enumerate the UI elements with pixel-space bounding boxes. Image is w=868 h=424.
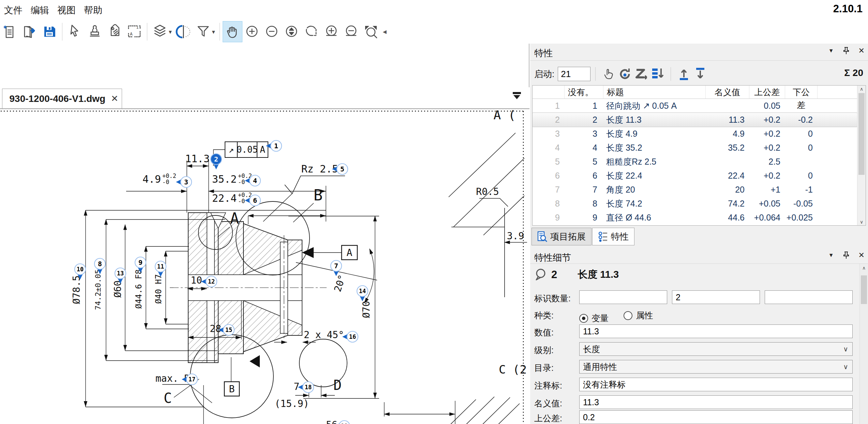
svg-text:↗: ↗ xyxy=(228,145,234,155)
field-upper-tol: 上公差: xyxy=(530,410,868,424)
table-row-7[interactable]: 77角度 2020+1-1 xyxy=(533,183,857,197)
svg-text:-0: -0 xyxy=(238,179,245,185)
upper-tol-input[interactable] xyxy=(579,410,853,424)
refresh-rotate-icon[interactable] xyxy=(617,66,633,82)
datum-A: A xyxy=(342,245,357,260)
id-qty-input-2[interactable] xyxy=(672,290,760,304)
zoom-out-button[interactable] xyxy=(263,21,282,42)
zoom-fit-button[interactable] xyxy=(361,21,380,42)
balloon-2[interactable]: 2 xyxy=(211,154,222,169)
table-scrollbar[interactable]: ∧ ∨ xyxy=(857,86,866,225)
table-row-2[interactable]: 22长度 11.311.3+0.2-0.2 xyxy=(533,113,857,127)
balloon-14[interactable]: 14 xyxy=(357,286,368,301)
tab-characteristics[interactable]: 特性 xyxy=(592,228,634,245)
col-header-index[interactable] xyxy=(533,86,565,99)
radio-variable[interactable]: 变量 xyxy=(579,313,609,324)
radio-attribute[interactable]: 属性 xyxy=(624,310,653,321)
properties-title: 特性 xyxy=(534,47,553,59)
balloon-region-button[interactable]: 1 A xyxy=(125,21,144,42)
zoom-selected-button[interactable] xyxy=(282,21,301,42)
col-header-lower[interactable]: 下公差 xyxy=(785,86,818,99)
svg-text:B: B xyxy=(229,383,235,395)
stamp-tool-button[interactable] xyxy=(85,21,104,42)
panel-dropdown-icon[interactable]: ▼ xyxy=(828,48,834,54)
class-select[interactable]: 长度∨ xyxy=(579,342,853,356)
scroll-up-icon[interactable]: ∧ xyxy=(857,86,866,92)
value-input[interactable] xyxy=(579,324,853,338)
balloon-18[interactable]: 18 xyxy=(298,382,314,393)
table-row-4[interactable]: 44长度 35.235.2+0.20 xyxy=(533,141,857,155)
menu-edit[interactable]: 编辑 xyxy=(31,4,49,16)
drawing-text-4: Ø78.5 xyxy=(71,275,82,304)
panel-bottom-tabs: 项目拓展 特性 xyxy=(532,228,634,247)
tab-project-expand[interactable]: 项目拓展 xyxy=(532,228,592,245)
scroll-down-icon[interactable]: ∨ xyxy=(857,219,866,225)
table-row-8[interactable]: 88长度 74.274.2+0.05-0.05 xyxy=(533,197,857,211)
table-row-9[interactable]: 99直径 Ø 44.644.6+0.064+0.025 xyxy=(533,211,857,225)
table-row-1[interactable]: 11径向跳动 ↗ 0.05 A0.05 xyxy=(533,99,857,113)
note-input[interactable] xyxy=(579,378,853,391)
characteristics-table: 没有。 标题 名义值 上公差 下公差 11径向跳动 ↗ 0.05 A0.0522… xyxy=(532,85,866,226)
menu-help[interactable]: 帮助 xyxy=(84,4,102,16)
tab-close-icon[interactable]: ✕ xyxy=(111,93,118,104)
menu-file[interactable]: 文件 xyxy=(4,4,23,16)
nominal-input[interactable] xyxy=(579,395,853,409)
renumber-list-icon[interactable] xyxy=(649,66,666,82)
col-header-nominal[interactable]: 名义值 xyxy=(706,86,749,99)
filter-button[interactable] xyxy=(194,21,213,42)
start-number-input[interactable] xyxy=(558,67,590,81)
catalog-select[interactable]: 通用特性∨ xyxy=(579,360,853,374)
document-tab[interactable]: 930-1200-406-V1.dwg ✕ xyxy=(2,89,122,108)
table-row-3[interactable]: 33长度 4.94.9+0.20 xyxy=(533,127,857,141)
svg-text:12: 12 xyxy=(208,278,215,285)
new-document-button[interactable]: ✱ xyxy=(0,21,19,42)
pointer-hand-icon[interactable] xyxy=(600,66,617,82)
drawing-text-16: 7 xyxy=(294,381,300,392)
balloon-3[interactable]: 3 xyxy=(176,177,192,187)
id-qty-input-3[interactable] xyxy=(765,290,853,304)
id-qty-input-1[interactable] xyxy=(579,290,667,304)
balloon-7[interactable]: 7 xyxy=(331,260,342,276)
detail-header: 特性细节 ▼ ✕ xyxy=(530,248,868,264)
pin-icon[interactable] xyxy=(843,47,850,55)
save-button[interactable] xyxy=(40,21,59,42)
drawing-canvas[interactable]: 11.3Rz 2.5BAØ78.574.2±0.05Ø60Ø44.6 F8Ø40… xyxy=(0,108,529,424)
pan-hand-button[interactable] xyxy=(223,21,242,42)
z-order-icon[interactable] xyxy=(633,66,649,82)
select-tool-button[interactable] xyxy=(65,21,85,42)
flip-view-button[interactable] xyxy=(174,21,193,42)
col-header-no[interactable]: 没有。 xyxy=(565,86,603,99)
panel-close-icon[interactable]: ✕ xyxy=(858,46,865,55)
svg-text:6: 6 xyxy=(253,196,257,205)
tag-tool-button[interactable] xyxy=(105,21,124,42)
zoom-window-button[interactable] xyxy=(302,21,321,42)
fcf-0: ↗0.05A xyxy=(225,142,268,157)
toolbar-collapse-arrow[interactable]: ◂ xyxy=(383,27,387,36)
zoom-in-button[interactable] xyxy=(243,21,262,42)
application-window: 文件 编辑 视图 帮助 2.10.1 ✱ xyxy=(0,0,868,424)
svg-text:11: 11 xyxy=(157,263,164,270)
tab-overflow-button[interactable] xyxy=(512,92,522,102)
move-top-icon[interactable] xyxy=(676,66,692,82)
col-header-upper[interactable]: 上公差 xyxy=(749,86,785,99)
table-row-6[interactable]: 66长度 22.422.4+0.20 xyxy=(533,169,857,183)
zoom-in-2-button[interactable] xyxy=(322,21,341,42)
menu-view[interactable]: 视图 xyxy=(57,4,76,16)
detail-scrollbar[interactable]: ∧ xyxy=(859,264,868,424)
detail-title: 特性细节 xyxy=(534,252,571,264)
open-document-button[interactable] xyxy=(20,21,39,42)
balloon-16[interactable]: 16 xyxy=(342,331,358,342)
detail-close-icon[interactable]: ✕ xyxy=(858,251,865,260)
zoom-out-2-button[interactable] xyxy=(342,21,361,42)
id-qty-label: 标识数量: xyxy=(534,293,571,304)
svg-text:-0: -0 xyxy=(238,198,245,205)
detail-dropdown-icon[interactable]: ▼ xyxy=(828,252,834,258)
layers-button[interactable] xyxy=(150,21,169,42)
svg-text:2: 2 xyxy=(214,155,218,163)
table-row-5[interactable]: 55粗糙度Rz 2.52.5 xyxy=(533,155,857,169)
detail-pin-icon[interactable] xyxy=(843,251,850,259)
drawing-text-20: A ( xyxy=(493,109,515,122)
col-header-title[interactable]: 标题 xyxy=(603,86,706,99)
scroll-up-icon[interactable]: ∧ xyxy=(860,265,868,271)
move-bottom-icon[interactable] xyxy=(692,66,708,82)
